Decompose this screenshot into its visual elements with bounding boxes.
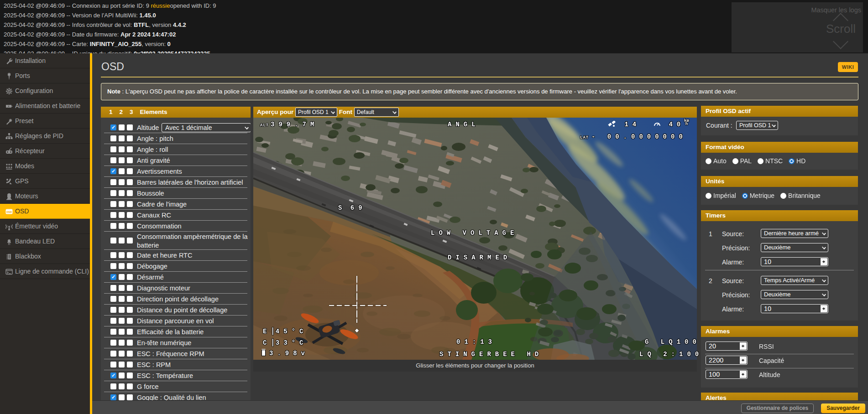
svg-text:OSD: OSD [6,211,12,213]
